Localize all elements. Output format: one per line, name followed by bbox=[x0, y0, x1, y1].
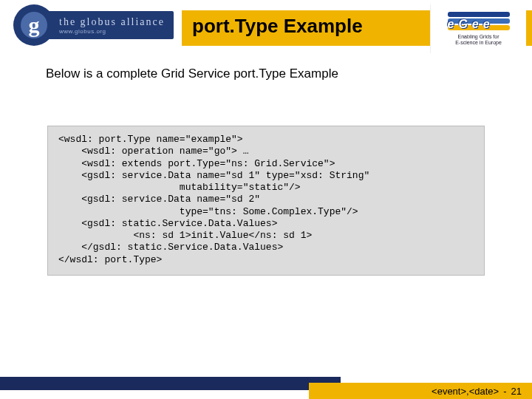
code-line: <gsdl: static.Service.Data.Values> bbox=[58, 218, 277, 229]
code-line: type="tns: Some.Complex.Type"/> bbox=[58, 206, 358, 217]
footer-event: <event> bbox=[432, 386, 466, 397]
code-line: <wsdl: operation name="go"> … bbox=[58, 146, 248, 157]
egee-tagline-1: Enabling Grids for bbox=[457, 34, 499, 39]
slide: g the globus alliance www.globus.org por… bbox=[0, 0, 532, 399]
footer-page: 21 bbox=[511, 386, 522, 397]
footer: <event>, <date> - 21 bbox=[0, 377, 532, 399]
footer-date: <date> bbox=[469, 386, 499, 397]
header: g the globus alliance www.globus.org por… bbox=[0, 0, 532, 58]
globus-alliance-logo: g the globus alliance www.globus.org bbox=[13, 1, 182, 49]
code-line: <wsdl: port.Type name="example"> bbox=[58, 134, 243, 145]
code-line: <gsdl: service.Data name="sd 1" type="xs… bbox=[58, 170, 369, 181]
code-area: <wsdl: port.Type name="example"> <wsdl: … bbox=[47, 126, 485, 276]
subtitle-text: Below is a complete Grid Service port.Ty… bbox=[0, 58, 532, 81]
footer-sep: - bbox=[503, 386, 506, 397]
code-block: <wsdl: port.Type name="example"> <wsdl: … bbox=[47, 126, 485, 276]
egee-logo: eGee Enabling Grids for E-science in Eur… bbox=[430, 4, 526, 53]
code-line: <wsdl: extends port.Type="ns: Grid.Servi… bbox=[58, 158, 335, 169]
globus-line1: the globus alliance bbox=[59, 16, 165, 28]
egee-letters: eGee bbox=[448, 18, 494, 31]
code-line: </gsdl: static.Service.Data.Values> bbox=[58, 242, 283, 253]
footer-gold-bar: <event>, <date> - 21 bbox=[309, 383, 532, 399]
globus-g-letter: g bbox=[21, 12, 47, 38]
globus-text: the globus alliance www.globus.org bbox=[44, 11, 174, 39]
egee-tagline: Enabling Grids for E-science in Europe bbox=[455, 34, 502, 45]
code-line: <ns: sd 1>init.Value</ns: sd 1> bbox=[58, 230, 312, 241]
globus-globe-icon: g bbox=[13, 4, 55, 46]
egee-tagline-2: E-science in Europe bbox=[455, 40, 502, 45]
code-line: <gsdl: service.Data name="sd 2" bbox=[58, 194, 260, 205]
globus-line2: www.globus.org bbox=[59, 28, 165, 35]
code-line: mutability="static"/> bbox=[58, 182, 301, 193]
slide-title: port.Type Example bbox=[192, 15, 363, 38]
code-line: </wsdl: port.Type> bbox=[58, 254, 162, 265]
footer-blue-bar bbox=[0, 377, 341, 390]
